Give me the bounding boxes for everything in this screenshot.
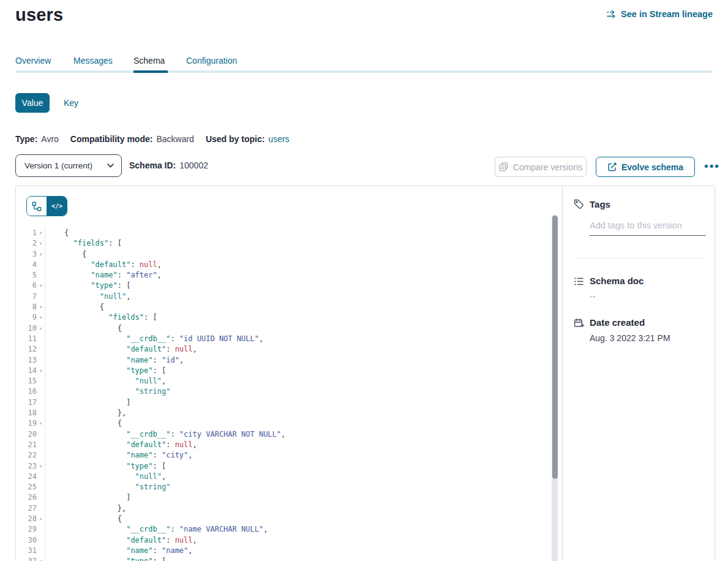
- meta-row: Type: Avro Compatibility mode: Backward …: [15, 134, 290, 144]
- code-text: {: [45, 228, 69, 238]
- code-line: 4 "default": null,: [16, 260, 551, 270]
- schema-doc-title: Schema doc: [590, 276, 644, 286]
- code-text: "string": [45, 386, 170, 397]
- compare-versions-icon: [499, 162, 508, 171]
- line-number: 28: [16, 514, 37, 524]
- fold-spacer: [37, 386, 45, 397]
- code-line: 2▾ "fields": [: [16, 238, 551, 249]
- fold-spacer: [37, 492, 45, 503]
- line-number: 7: [16, 292, 37, 302]
- code-line: 12 "default": null,: [16, 344, 551, 355]
- fold-arrow-icon[interactable]: ▾: [37, 302, 45, 312]
- date-created-value: Aug. 3 2022 3:21 PM: [590, 333, 670, 343]
- code-text: {: [45, 249, 86, 260]
- date-created-icon: [574, 318, 584, 328]
- tab-active-indicator: [133, 70, 168, 73]
- fold-spacer: [37, 503, 45, 514]
- code-text: "default": null,: [45, 440, 197, 450]
- fold-arrow-icon[interactable]: ▾: [37, 514, 45, 524]
- code-text: "default": null,: [45, 260, 162, 270]
- code-view-button[interactable]: </>: [47, 197, 67, 216]
- stream-lineage-label: See in Stream lineage: [621, 9, 713, 19]
- fold-spacer: [37, 546, 45, 556]
- code-line: 9▾ "fields": [: [16, 312, 551, 323]
- type-value: Avro: [41, 134, 59, 144]
- evolve-schema-button[interactable]: Evolve schema: [596, 157, 695, 177]
- code-line: 13 "name": "id",: [16, 355, 551, 366]
- code-line: 18 },: [16, 408, 551, 418]
- code-line: 17 ]: [16, 397, 551, 408]
- compatibility-value: Backward: [156, 134, 193, 144]
- fold-arrow-icon[interactable]: ▾: [37, 238, 45, 249]
- line-number: 23: [16, 461, 37, 472]
- schema-id-group: Schema ID: 100002: [129, 160, 208, 170]
- code-line: 31 "name": "name",: [16, 546, 551, 556]
- code-text: "fields": [: [45, 238, 122, 249]
- fold-arrow-icon[interactable]: ▾: [37, 418, 45, 429]
- fold-arrow-icon[interactable]: ▾: [37, 323, 45, 334]
- line-number: 13: [16, 355, 37, 366]
- used-by-topic-link[interactable]: users: [268, 134, 289, 144]
- stream-lineage-link[interactable]: See in Stream lineage: [606, 9, 713, 19]
- topic-label: Used by topic:: [206, 134, 265, 144]
- schema-id-value: 100002: [179, 160, 208, 170]
- fold-arrow-icon[interactable]: ▾: [37, 228, 45, 238]
- fold-arrow-icon[interactable]: ▾: [37, 461, 45, 472]
- code-line: 26 ]: [16, 492, 551, 503]
- code-line: 3▾ {: [16, 249, 551, 260]
- tree-view-button[interactable]: [27, 197, 47, 216]
- line-number: 9: [16, 312, 37, 323]
- schema-doc-value: --: [590, 292, 595, 301]
- tab-messages[interactable]: Messages: [73, 56, 113, 66]
- line-number: 30: [16, 535, 37, 546]
- code-text: {: [45, 514, 122, 524]
- version-select[interactable]: Version 1 (current): [15, 154, 122, 177]
- line-number: 17: [16, 397, 37, 408]
- tab-track: [15, 70, 713, 73]
- line-number: 1: [16, 228, 37, 238]
- line-number: 25: [16, 482, 37, 492]
- value-tab-button[interactable]: Value: [15, 93, 50, 113]
- code-text: "name": "after",: [45, 270, 162, 280]
- fold-arrow-icon[interactable]: ▾: [37, 249, 45, 260]
- evolve-schema-label: Evolve schema: [621, 162, 683, 172]
- line-number: 12: [16, 344, 37, 355]
- line-number: 5: [16, 270, 37, 280]
- code-text: "fields": [: [45, 312, 157, 323]
- code-line: 19▾ {: [16, 418, 551, 429]
- tab-configuration[interactable]: Configuration: [186, 56, 237, 66]
- code-line: 20 "__crdb__": "city VARCHAR NOT NULL",: [16, 429, 551, 440]
- fold-spacer: [37, 270, 45, 280]
- fold-arrow-icon[interactable]: ▾: [37, 366, 45, 376]
- editor-scrollbar-track[interactable]: [552, 214, 558, 561]
- code-line: 14▾ "type": [: [16, 366, 551, 376]
- line-number: 29: [16, 524, 37, 535]
- key-tab-button[interactable]: Key: [64, 98, 78, 108]
- code-text: "null",: [45, 376, 166, 386]
- fold-arrow-icon[interactable]: ▾: [37, 280, 45, 291]
- tab-schema[interactable]: Schema: [133, 56, 165, 66]
- page-title: users: [15, 5, 63, 25]
- code-line: 25 "string": [16, 482, 551, 492]
- code-text: "type": [: [45, 461, 166, 472]
- code-text: "string": [45, 482, 170, 492]
- more-options-button[interactable]: •••: [699, 156, 725, 176]
- fold-arrow-icon[interactable]: ▾: [37, 556, 45, 561]
- fold-spacer: [37, 524, 45, 535]
- editor-scrollbar-thumb[interactable]: [552, 216, 558, 479]
- line-number: 22: [16, 450, 37, 461]
- code-line: 16 "string": [16, 386, 551, 397]
- fold-arrow-icon[interactable]: ▾: [37, 312, 45, 323]
- compare-versions-button[interactable]: Compare versions: [495, 157, 587, 177]
- tab-overview[interactable]: Overview: [15, 56, 51, 66]
- code-line: 22 "name": "city",: [16, 450, 551, 461]
- line-number: 18: [16, 408, 37, 418]
- fold-spacer: [37, 482, 45, 492]
- code-line: 27 },: [16, 503, 551, 514]
- details-sidebar: Tags Schema doc -- Date created Aug. 3 2…: [562, 186, 715, 561]
- sidebar-divider: [574, 258, 705, 258]
- tags-icon: [574, 199, 584, 209]
- line-number: 26: [16, 492, 37, 503]
- tags-input[interactable]: [590, 218, 706, 236]
- fold-spacer: [37, 334, 45, 344]
